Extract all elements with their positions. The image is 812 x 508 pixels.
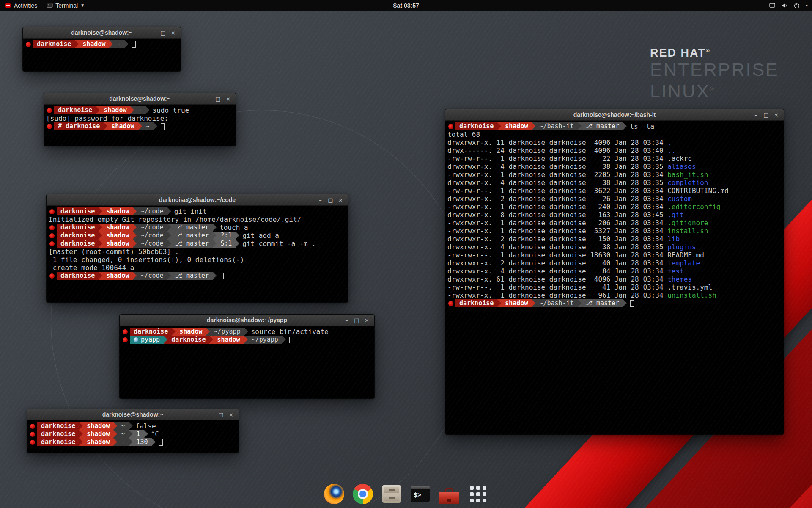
terminal-content[interactable]: darknoiseshadow~ xyxy=(23,39,181,71)
minimize-button[interactable]: – xyxy=(148,29,157,37)
terminal-line: -rw-rw-r--. 1 darknoise darknoise 18630 … xyxy=(447,251,782,259)
window-titlebar[interactable]: darknoise@shadow:~–□× xyxy=(27,409,239,420)
terminal-text: source bin/activate xyxy=(251,328,329,336)
close-button[interactable]: × xyxy=(224,95,233,103)
terminal-line: [master (root-commit) 50bcb63] . xyxy=(49,248,346,256)
terminal-text: git add a xyxy=(242,232,279,240)
powerline-arrow-icon xyxy=(213,272,217,280)
redhat-prompt-icon xyxy=(49,209,55,214)
terminal-content[interactable]: darknoiseshadow~/bash-it⎇ masterls -lato… xyxy=(445,121,784,434)
terminal-app-icon xyxy=(47,2,53,8)
maximize-button[interactable]: □ xyxy=(159,29,167,37)
powerline-arrow-icon xyxy=(133,224,137,232)
window-titlebar[interactable]: darknoise@shadow:~–□× xyxy=(44,93,236,105)
minimize-button[interactable]: – xyxy=(752,111,760,119)
prompt-segment-user: darknoise xyxy=(57,224,99,232)
terminal-text: false xyxy=(136,422,156,430)
window-controls: –□× xyxy=(752,111,784,119)
prompt-segment-host: shadow xyxy=(501,122,532,130)
minimize-button[interactable]: – xyxy=(206,411,215,419)
app-menu-terminal[interactable]: Terminal ▼ xyxy=(42,0,89,11)
window-titlebar[interactable]: darknoise@shadow:~/code–□× xyxy=(47,194,348,206)
close-button[interactable]: × xyxy=(772,111,781,119)
prompt-segment-path: ~ xyxy=(117,422,129,430)
terminal-window-pyapp: darknoise@shadow:~/pyapp–□×darknoiseshad… xyxy=(120,315,374,398)
terminal-content[interactable]: darknoiseshadow~/pyappsource bin/activat… xyxy=(120,326,374,398)
powerline-arrow-icon xyxy=(113,422,117,430)
close-button[interactable]: × xyxy=(336,196,345,204)
prompt-segment-status: ?:1 xyxy=(217,232,236,240)
prompt-segment-path: ~ xyxy=(117,430,129,438)
powerline-arrow-icon xyxy=(75,40,79,48)
terminal-dock-icon[interactable]: $> xyxy=(409,483,432,505)
maximize-button[interactable]: □ xyxy=(352,316,361,324)
prompt-segment-path: ~/bash-it xyxy=(535,299,577,307)
maximize-button[interactable]: □ xyxy=(214,95,222,103)
prompt-segment-path: ~ xyxy=(113,40,124,48)
maximize-button[interactable]: □ xyxy=(217,411,225,419)
powerline-arrow-icon xyxy=(497,122,501,130)
chevron-down-icon: ▼ xyxy=(80,3,85,8)
terminal-line: -rwxrwxr-x. 1 darknoise darknoise 961 Ja… xyxy=(447,291,782,299)
close-button[interactable]: × xyxy=(362,316,371,324)
firefox-dock-icon[interactable] xyxy=(323,483,346,505)
powerline-arrow-icon xyxy=(164,336,167,344)
window-titlebar[interactable]: darknoise@shadow:~/pyapp–□× xyxy=(120,315,374,326)
prompt-segment-branch: ⎇ master xyxy=(171,224,213,232)
terminal-content[interactable]: darknoiseshadow~falsedarknoiseshadow~1^C… xyxy=(27,420,239,453)
window-title: darknoise@shadow:~/code xyxy=(47,196,348,203)
terminal-content[interactable]: darknoiseshadow~/codegit initInitialized… xyxy=(47,206,348,302)
terminal-line: -rwxrwxr-x. 1 darknoise darknoise 206 Ja… xyxy=(447,219,782,227)
terminal-line: darknoiseshadow~/codegit init xyxy=(49,207,346,215)
powerline-arrow-icon xyxy=(167,232,171,240)
powerline-arrow-icon xyxy=(213,224,217,232)
terminal-line: darknoiseshadow~/bash-it⎇ masterls -la xyxy=(447,122,782,130)
terminal-line: darknoiseshadow~/code⎇ mastertouch a xyxy=(49,224,346,232)
terminal-text: ^C xyxy=(151,430,159,438)
terminal-content[interactable]: darknoiseshadow~sudo true[sudo] password… xyxy=(44,105,236,146)
terminal-text: README.md xyxy=(667,251,704,259)
files-dock-icon[interactable] xyxy=(380,483,403,505)
app-grid-dock-icon[interactable] xyxy=(466,483,489,505)
close-button[interactable]: × xyxy=(169,29,178,37)
window-titlebar[interactable]: darknoise@shadow:~/bash-it–□× xyxy=(445,109,784,121)
powerline-arrow-icon xyxy=(99,207,102,215)
chrome-dock-icon[interactable] xyxy=(351,483,374,505)
powerline-arrow-icon xyxy=(213,240,217,248)
terminal-text: touch a xyxy=(219,224,248,232)
powerline-arrow-icon xyxy=(104,122,107,130)
maximize-button[interactable]: □ xyxy=(762,111,771,119)
clock[interactable]: Sat 03:57 xyxy=(393,2,419,9)
activities-button[interactable]: Activities xyxy=(0,0,42,11)
minimize-button[interactable]: – xyxy=(203,95,212,103)
minimize-button[interactable]: – xyxy=(316,196,325,204)
powerline-arrow-icon xyxy=(244,336,248,344)
prompt-segment-host: shadow xyxy=(213,336,244,344)
prompt-segment-host: shadow xyxy=(102,240,133,248)
prompt-segment-user: darknoise xyxy=(37,422,79,430)
activities-label: Activities xyxy=(14,2,37,9)
terminal-window-sudo: darknoise@shadow:~–□×darknoiseshadow~sud… xyxy=(44,93,236,146)
maximize-button[interactable]: □ xyxy=(326,196,335,204)
terminal-window-bash-it: darknoise@shadow:~/bash-it–□×darknoisesh… xyxy=(445,109,784,434)
terminal-cursor xyxy=(289,337,293,343)
close-button[interactable]: × xyxy=(227,411,236,419)
powerline-arrow-icon xyxy=(236,240,239,248)
powerline-arrow-icon xyxy=(113,438,117,446)
desktop-wallpaper: RED HAT® ENTERPRISE LINUX® Activities Te… xyxy=(0,0,812,508)
window-titlebar[interactable]: darknoise@shadow:~–□× xyxy=(23,27,181,39)
prompt-segment-user: darknoise xyxy=(57,272,99,280)
minimize-button[interactable]: – xyxy=(342,316,351,324)
system-indicators[interactable]: ▾ xyxy=(769,0,812,11)
redhat-prompt-icon xyxy=(30,440,35,445)
powerline-arrow-icon xyxy=(236,232,239,240)
terminal-icon: $> xyxy=(411,486,430,502)
prompt-segment-path: ~/code xyxy=(137,207,167,215)
volume-icon xyxy=(781,2,788,9)
prompt-segment-user: darknoise xyxy=(33,40,75,48)
terminal-text: .git xyxy=(667,211,684,219)
prompt-segment-status: 1 xyxy=(133,430,144,438)
prompt-segment-path: ~ xyxy=(134,106,145,114)
powerline-arrow-icon xyxy=(113,430,117,438)
toolbox-dock-icon[interactable] xyxy=(438,483,461,505)
